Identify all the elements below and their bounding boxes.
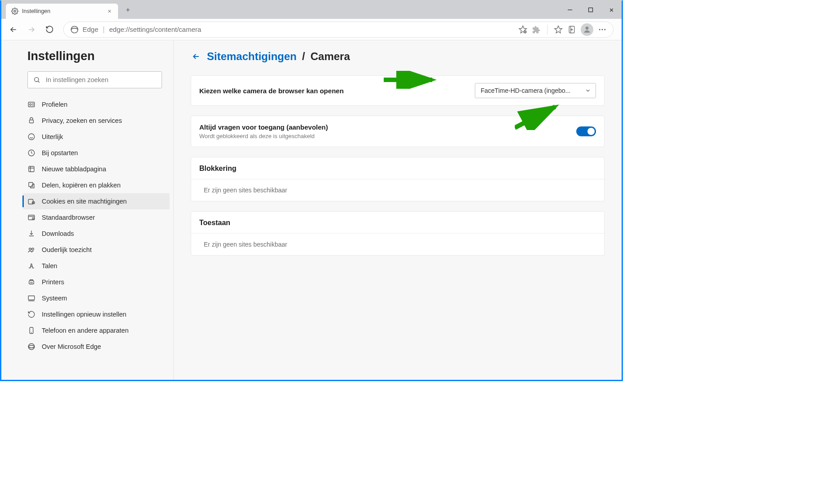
sidebar-item-label: Over Microsoft Edge xyxy=(42,343,101,350)
tab-close-button[interactable] xyxy=(105,7,114,15)
breadcrumb-separator: / xyxy=(302,50,305,63)
window-maximize-button[interactable] xyxy=(580,1,601,19)
allow-list-empty: Er zijn geen sites beschikbaar xyxy=(191,234,604,255)
sidebar-item[interactable]: Privacy, zoeken en services xyxy=(23,113,170,129)
sidebar-item-icon xyxy=(27,294,35,302)
nav-forward-button[interactable] xyxy=(23,21,40,38)
sidebar-item[interactable]: Printers xyxy=(23,274,170,290)
sidebar-item-icon xyxy=(27,197,35,205)
sidebar-title: Instellingen xyxy=(27,49,165,63)
chevron-down-icon xyxy=(585,87,591,94)
tab-strip: Instellingen xyxy=(1,1,622,19)
sidebar-item-icon xyxy=(27,278,35,286)
sidebar-item[interactable]: Talen xyxy=(23,258,170,274)
edge-icon xyxy=(70,25,79,34)
sidebar-item-label: Bij opstarten xyxy=(42,149,78,156)
breadcrumb: Sitemachtigingen / Camera xyxy=(191,50,605,63)
svg-point-9 xyxy=(35,78,39,82)
sidebar-search[interactable] xyxy=(27,71,162,88)
sidebar-item-icon xyxy=(27,181,35,189)
sidebar-item[interactable]: Uiterlijk xyxy=(23,129,170,145)
sidebar-item-icon xyxy=(27,117,35,125)
svg-point-21 xyxy=(29,248,31,250)
sidebar-item[interactable]: Systeem xyxy=(23,290,170,306)
svg-rect-23 xyxy=(29,281,34,284)
sidebar-item[interactable]: Standaardbrowser xyxy=(23,209,170,226)
nav-back-button[interactable] xyxy=(5,21,22,38)
sidebar-item-icon xyxy=(27,326,35,335)
ask-access-label: Altijd vragen voor toegang (aanbevolen) xyxy=(199,123,328,131)
sidebar-item[interactable]: Telefoon en andere apparaten xyxy=(23,322,170,339)
extensions-icon[interactable] xyxy=(532,25,541,34)
address-separator: | xyxy=(103,26,105,34)
svg-rect-16 xyxy=(29,182,33,187)
search-icon xyxy=(33,76,40,83)
add-favorite-icon[interactable] xyxy=(518,25,527,34)
address-url: edge://settings/content/camera xyxy=(109,26,518,33)
sidebar-item-label: Nieuwe tabbladpagina xyxy=(42,165,106,173)
svg-rect-15 xyxy=(29,166,34,172)
ask-access-card: Altijd vragen voor toegang (aanbevolen) … xyxy=(191,116,605,147)
sidebar-item[interactable]: Profielen xyxy=(23,96,170,113)
svg-point-26 xyxy=(28,343,35,350)
sidebar-item-icon xyxy=(27,262,35,270)
breadcrumb-parent-link[interactable]: Sitemachtigingen xyxy=(207,50,297,63)
sidebar-item[interactable]: Cookies en site machtigingen xyxy=(23,193,170,209)
content-area: Instellingen ProfielenPrivacy, zoeken en… xyxy=(1,40,622,380)
profile-avatar[interactable] xyxy=(581,23,593,36)
sidebar-item-icon xyxy=(27,246,35,254)
allow-list-card: Toestaan Er zijn geen sites beschikbaar xyxy=(191,211,605,256)
sidebar-item-label: Delen, kopiëren en plakken xyxy=(42,182,121,189)
sidebar-item-icon xyxy=(27,149,35,157)
favorites-icon[interactable] xyxy=(554,25,563,34)
address-bar[interactable]: Edge | edge://settings/content/camera xyxy=(63,22,614,38)
ask-access-sublabel: Wordt geblokkeerd als deze is uitgeschak… xyxy=(199,133,328,139)
svg-point-22 xyxy=(32,248,34,250)
sidebar-item-icon xyxy=(27,133,35,141)
more-menu-icon[interactable] xyxy=(598,25,607,34)
sidebar-item-icon xyxy=(27,165,35,173)
sidebar-item-label: Cookies en site machtigingen xyxy=(42,198,127,205)
sidebar-item-label: Uiterlijk xyxy=(42,133,63,140)
sidebar-item[interactable]: Bij opstarten xyxy=(23,145,170,161)
sidebar-item[interactable]: Instellingen opnieuw instellen xyxy=(23,306,170,322)
sidebar-item[interactable]: Ouderlijk toezicht xyxy=(23,242,170,258)
sidebar-item-label: Privacy, zoeken en services xyxy=(42,117,122,124)
sidebar-search-input[interactable] xyxy=(46,76,156,83)
ask-access-toggle[interactable] xyxy=(576,126,596,136)
window-controls xyxy=(560,1,622,19)
gear-icon xyxy=(11,8,18,15)
settings-sidebar: Instellingen ProfielenPrivacy, zoeken en… xyxy=(1,40,174,380)
sidebar-item-icon xyxy=(27,343,35,351)
sidebar-item-icon xyxy=(27,100,35,109)
camera-dropdown[interactable]: FaceTime-HD-camera (ingebo... xyxy=(475,83,596,98)
collections-icon[interactable] xyxy=(567,25,576,34)
browser-tab[interactable]: Instellingen xyxy=(6,4,118,19)
svg-point-0 xyxy=(14,10,16,12)
nav-refresh-button[interactable] xyxy=(41,21,58,38)
svg-rect-24 xyxy=(28,296,35,300)
sidebar-item-label: Standaardbrowser xyxy=(42,214,95,221)
sidebar-item[interactable]: Over Microsoft Edge xyxy=(23,339,170,355)
window-close-button[interactable] xyxy=(601,1,622,19)
sidebar-item-label: Talen xyxy=(42,262,57,269)
sidebar-item-icon xyxy=(27,230,35,238)
svg-point-13 xyxy=(28,134,35,140)
sidebar-item[interactable]: Downloads xyxy=(23,226,170,242)
window-minimize-button[interactable] xyxy=(560,1,580,19)
sidebar-item[interactable]: Delen, kopiëren en plakken xyxy=(23,177,170,193)
sidebar-item-label: Ouderlijk toezicht xyxy=(42,246,92,253)
breadcrumb-back-button[interactable] xyxy=(191,51,202,62)
new-tab-button[interactable] xyxy=(121,3,135,17)
tab-title: Instellingen xyxy=(22,8,102,14)
toolbar-separator xyxy=(547,25,548,35)
sidebar-item-label: Instellingen opnieuw instellen xyxy=(42,311,127,318)
sidebar-item-label: Telefoon en andere apparaten xyxy=(42,327,129,334)
sidebar-item-label: Downloads xyxy=(42,230,74,237)
svg-point-2 xyxy=(71,26,78,33)
block-list-title: Blokkering xyxy=(191,157,604,179)
browser-toolbar: Edge | edge://settings/content/camera xyxy=(1,19,622,40)
sidebar-item[interactable]: Nieuwe tabbladpagina xyxy=(23,161,170,177)
svg-point-20 xyxy=(32,217,34,219)
sidebar-item-label: Profielen xyxy=(42,101,67,108)
